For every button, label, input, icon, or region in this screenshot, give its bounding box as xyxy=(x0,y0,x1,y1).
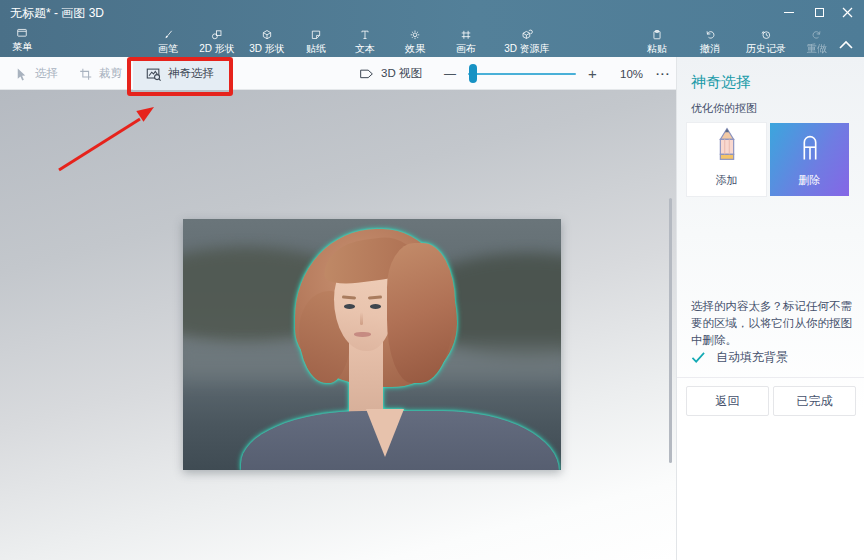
paste-icon xyxy=(648,29,666,40)
add-label: 添加 xyxy=(716,173,738,188)
more-options-button[interactable]: ··· xyxy=(650,57,677,90)
tool-effects[interactable]: 效果 xyxy=(393,29,437,56)
3d-view-icon xyxy=(358,66,375,81)
magic-selected-figure[interactable] xyxy=(183,219,561,470)
back-button[interactable]: 返回 xyxy=(686,386,769,416)
remove-label: 删除 xyxy=(799,173,821,188)
menu-window-icon xyxy=(13,27,31,38)
figure-hair-right xyxy=(387,243,455,383)
history-clock-icon xyxy=(757,29,775,40)
effects-icon xyxy=(406,29,424,40)
magic-select-panel: 神奇选择 优化你的抠图 添加 删除 选择的内容太多？标记任何不需要的区域，以将它… xyxy=(676,57,864,560)
close-icon xyxy=(842,7,853,18)
figure-lips xyxy=(354,332,371,337)
3d-shapes-icon xyxy=(258,29,276,40)
tool-brush[interactable]: 画笔 xyxy=(146,29,190,56)
title-bar: 无标题* - 画图 3D xyxy=(0,0,864,25)
window-title: 无标题* - 画图 3D xyxy=(10,5,104,22)
autofill-label: 自动填充背景 xyxy=(716,349,788,366)
sticker-icon xyxy=(307,29,325,40)
zoom-slider-track[interactable] xyxy=(468,73,576,75)
zoom-level-value[interactable]: 10% xyxy=(614,57,649,90)
remove-marker-icon xyxy=(797,129,823,167)
menu-button[interactable]: 菜单 xyxy=(0,27,44,54)
tool-text[interactable]: 文本 xyxy=(343,29,387,56)
selection-toolbar: 选择 裁剪 神奇选择 3D 视图 — + 10% ··· xyxy=(0,57,676,90)
photo-canvas-image[interactable] xyxy=(183,219,561,470)
crop-icon xyxy=(78,66,93,82)
3d-library-icon xyxy=(518,29,536,40)
chevron-up-icon xyxy=(838,40,854,50)
action-history[interactable]: 历史记录 xyxy=(738,29,794,56)
checkmark-icon xyxy=(691,351,706,364)
figure-shirt xyxy=(241,411,559,470)
zoom-out-icon: — xyxy=(444,67,456,81)
undo-icon xyxy=(701,29,719,40)
action-redo[interactable]: 重做 xyxy=(797,29,837,56)
minimize-button[interactable] xyxy=(774,0,804,25)
refine-remove-button[interactable]: 删除 xyxy=(770,123,849,196)
panel-description: 选择的内容太多？标记任何不需要的区域，以将它们从你的抠图中删除。 xyxy=(691,298,853,349)
magic-select-icon xyxy=(145,66,162,82)
2d-shapes-icon xyxy=(208,29,226,40)
refine-add-button[interactable]: 添加 xyxy=(687,123,766,196)
figure-nose xyxy=(360,312,363,325)
brush-icon xyxy=(159,29,177,40)
select-tool-button[interactable]: 选择 xyxy=(8,57,64,90)
tool-3d-shapes[interactable]: 3D 形状 xyxy=(242,29,292,56)
collapse-ribbon-button[interactable] xyxy=(838,36,854,54)
crop-tool-button[interactable]: 裁剪 xyxy=(72,57,128,90)
done-button[interactable]: 已完成 xyxy=(773,386,856,416)
canvas-icon xyxy=(457,29,475,40)
pencil-icon xyxy=(712,125,742,167)
tool-2d-shapes[interactable]: 2D 形状 xyxy=(192,29,242,56)
action-undo[interactable]: 撤消 xyxy=(688,29,732,56)
cursor-icon xyxy=(14,66,29,82)
tool-stickers[interactable]: 贴纸 xyxy=(294,29,338,56)
text-icon xyxy=(356,29,374,40)
magic-select-button[interactable]: 神奇选择 xyxy=(133,57,233,90)
maximize-button[interactable] xyxy=(804,0,834,25)
figure-eye-right xyxy=(370,304,381,309)
tool-3d-library[interactable]: 3D 资源库 xyxy=(494,29,560,56)
figure-eye-left xyxy=(344,304,355,309)
zoom-slider-thumb[interactable] xyxy=(469,64,477,83)
panel-title: 神奇选择 xyxy=(691,73,751,92)
ellipsis-icon: ··· xyxy=(656,68,671,80)
autofill-background-checkbox[interactable]: 自动填充背景 xyxy=(691,349,788,366)
zoom-in-button[interactable]: + xyxy=(582,57,603,90)
app-header: 无标题* - 画图 3D 菜单 画笔 2D 形状 3D 形状 贴纸 文本 效果 … xyxy=(0,0,864,57)
canvas-vertical-scrollbar[interactable] xyxy=(669,198,672,463)
action-paste[interactable]: 粘贴 xyxy=(635,29,679,56)
tool-canvas[interactable]: 画布 xyxy=(444,29,488,56)
minimize-icon xyxy=(784,12,794,13)
maximize-icon xyxy=(815,8,824,17)
redo-icon xyxy=(808,29,826,40)
panel-subtitle: 优化你的抠图 xyxy=(691,101,757,116)
zoom-out-button[interactable]: — xyxy=(438,57,462,90)
3d-view-button[interactable]: 3D 视图 xyxy=(352,57,428,90)
zoom-in-icon: + xyxy=(588,65,597,82)
canvas-workspace[interactable] xyxy=(0,90,676,560)
close-button[interactable] xyxy=(832,0,862,25)
panel-footer: 返回 已完成 xyxy=(677,377,864,437)
